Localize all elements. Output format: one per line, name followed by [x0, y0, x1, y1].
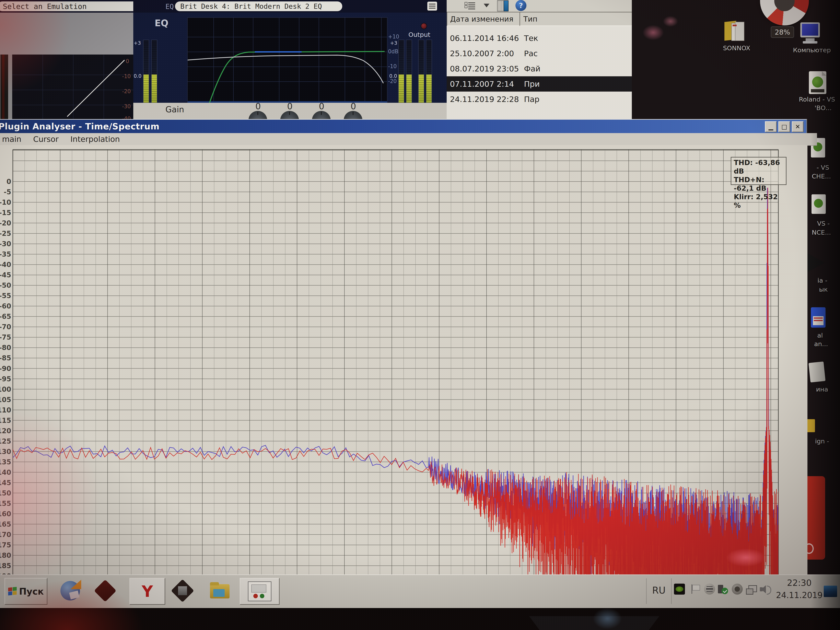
svg-text:-10: -10: [0, 198, 11, 206]
svg-text:-15: -15: [0, 209, 11, 217]
input-meter-left: [143, 39, 149, 112]
gauge-percent-badge: 28%: [771, 27, 794, 38]
gain-label: Gain: [166, 105, 184, 114]
show-desktop-widget[interactable]: [824, 586, 837, 597]
browser-quicklaunch-icon[interactable]: [57, 578, 84, 603]
analyser-menu-bar: main Cursor Interpolation: [0, 133, 817, 146]
edge-file-icon[interactable]: [812, 194, 826, 214]
chevron-down-icon[interactable]: [484, 4, 489, 7]
output-meter: [398, 39, 404, 112]
thd-value: THD: -63,86 dB: [734, 158, 786, 175]
analyser-title-bar[interactable]: Plugin Analyser - Time/Spectrum ▁ □ ✕: [0, 120, 807, 133]
thdn-value: THD+N: -62,1 dB: [734, 175, 786, 193]
file-type: Пар: [519, 95, 540, 104]
edge-media-icon[interactable]: [807, 253, 825, 272]
eset-tray-icon[interactable]: [704, 584, 715, 595]
svg-text:-180: -180: [0, 551, 11, 559]
computer-icon[interactable]: [799, 22, 823, 44]
view-list-icon[interactable]: [464, 1, 476, 10]
emulation-selector[interactable]: Select an Emulation: [0, 2, 134, 11]
file-row-selected[interactable]: 07.11.2007 2:14 При: [447, 76, 632, 92]
file-row[interactable]: 25.10.2007 2:00 Рас: [447, 46, 632, 61]
svg-text:-45: -45: [0, 271, 11, 279]
column-header-date[interactable]: Дата изменения: [447, 12, 523, 26]
svg-text:-85: -85: [0, 354, 11, 362]
file-row[interactable]: 24.11.2019 22:28 Пар: [447, 92, 632, 107]
svg-text:-30: -30: [0, 240, 11, 248]
taskbar: Пуск Y: [0, 575, 840, 609]
svg-text:-125: -125: [0, 437, 11, 445]
eq-panel-label: EQ: [155, 18, 168, 28]
disk-usage-gauge[interactable]: [760, 0, 809, 25]
sonnox-folder-label: SONNOX: [720, 44, 753, 52]
gain-value: 0: [255, 101, 261, 111]
svg-text:-120: -120: [0, 427, 11, 435]
torrent-file-icon[interactable]: [809, 71, 826, 94]
clock-time[interactable]: 22:30: [779, 578, 819, 588]
svg-text:-105: -105: [0, 396, 11, 404]
spectrum-chart[interactable]: 0-5-10-15-20-25-30-35-40-45-50-55-60-65-…: [0, 145, 807, 585]
windows-flag-icon: [8, 587, 17, 596]
svg-text:-170: -170: [0, 531, 11, 538]
edge-doc-icon[interactable]: [808, 362, 826, 382]
output-label: Output: [408, 31, 430, 38]
column-header-type[interactable]: Тип: [519, 12, 632, 26]
eq-preset-selector[interactable]: Brit Desk 4: Brit Modern Desk 2 EQ: [175, 2, 342, 11]
clock-date[interactable]: 24.11.2019: [773, 591, 826, 600]
photo-quicklaunch-icon[interactable]: [169, 578, 196, 603]
svg-text:-50: -50: [0, 281, 11, 289]
svg-text:-110: -110: [0, 406, 11, 414]
edge-item-label: ык: [807, 286, 840, 293]
analyser-window: Plugin Analyser - Time/Spectrum ▁ □ ✕ ma…: [0, 119, 807, 609]
meter-mark: +3: [390, 40, 397, 46]
file-row[interactable]: 06.11.2014 16:46 Тек: [447, 30, 632, 46]
eq-graph[interactable]: 20Hz 50 100 200 500 1k 2k 5k 10k 20k: [187, 17, 387, 111]
language-indicator[interactable]: RU: [652, 585, 666, 596]
edge-item-label: an...: [804, 340, 838, 347]
edge-item-label: VS -: [807, 220, 840, 227]
usb-tray-icon[interactable]: [717, 584, 728, 595]
monitor-photo: 28% Компьютер SONNOX Roland - VS 'ВО... …: [0, 0, 840, 630]
folder-quicklaunch-icon[interactable]: [205, 578, 234, 603]
yandex-quicklaunch-icon[interactable]: Y: [129, 578, 165, 605]
minimize-button[interactable]: ▁: [765, 121, 777, 132]
active-app-task-button[interactable]: [240, 578, 279, 605]
svg-text:-75: -75: [0, 333, 11, 341]
eq-header-label: EQ: [166, 2, 174, 11]
nvidia-tray-icon[interactable]: [674, 584, 685, 595]
svg-text:-150: -150: [0, 489, 11, 497]
start-button[interactable]: Пуск: [5, 578, 47, 605]
eq-db-label: +10: [388, 33, 399, 39]
svg-text:-55: -55: [0, 292, 11, 300]
columns-icon[interactable]: [497, 0, 508, 11]
file-date: 25.10.2007 2:00: [447, 49, 519, 58]
svg-text:-155: -155: [0, 500, 11, 507]
eq-plugin-window: EQ Brit Desk 4: Brit Modern Desk 2 EQ EQ…: [133, 0, 447, 119]
book-quicklaunch-icon[interactable]: [92, 578, 118, 603]
utorrent-tray-icon[interactable]: [732, 584, 743, 595]
network-tray-icon[interactable]: [745, 584, 756, 595]
window-title: Plugin Analyser - Time/Spectrum: [0, 122, 159, 131]
maximize-button[interactable]: □: [778, 121, 790, 132]
speaker-tray-icon[interactable]: [759, 584, 771, 595]
menu-item[interactable]: main: [2, 135, 21, 144]
svg-text:-140: -140: [0, 469, 11, 476]
output-meter: [418, 39, 424, 112]
sonnox-folder-icon[interactable]: [725, 19, 747, 42]
flag-tray-icon[interactable]: [690, 584, 701, 595]
edge-app-icon[interactable]: [811, 307, 826, 328]
file-row[interactable]: 08.07.2019 23:05 Фай: [447, 61, 632, 76]
file-type: Тек: [519, 34, 538, 43]
edge-item-label: NCE...: [803, 229, 840, 236]
close-button[interactable]: ✕: [792, 121, 804, 132]
menu-item[interactable]: Interpolation: [70, 135, 120, 144]
eq-menu-icon[interactable]: [427, 2, 437, 11]
menu-item[interactable]: Cursor: [33, 135, 58, 144]
svg-text:-175: -175: [0, 541, 11, 549]
measurement-box: THD: -63,86 dB THD+N: -62,1 dB Klirr: 2,…: [731, 157, 786, 185]
start-label: Пуск: [19, 586, 44, 597]
eq-db-label: 0dB: [388, 49, 398, 55]
gain-value: 0: [319, 101, 324, 111]
curve-db-label: -20: [122, 88, 131, 95]
help-icon[interactable]: ?: [515, 0, 526, 11]
